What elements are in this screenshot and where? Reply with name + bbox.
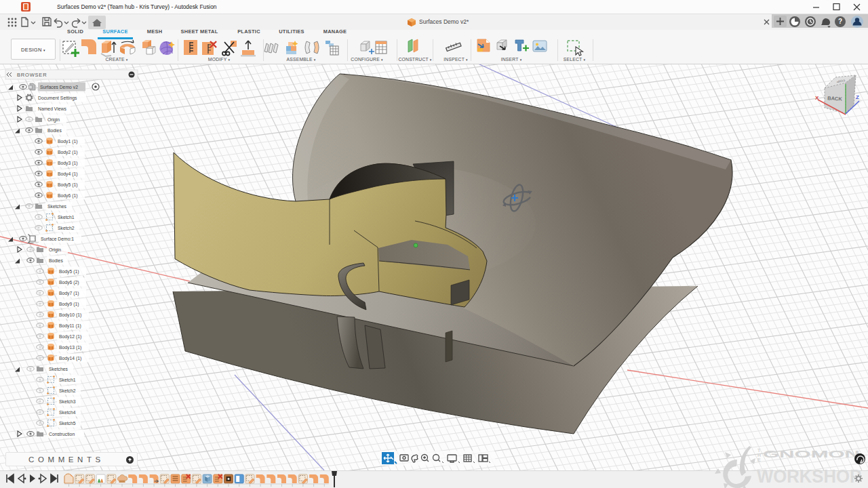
- svg-text:Sketch2: Sketch2: [58, 226, 75, 230]
- svg-text:Sketch4: Sketch4: [59, 410, 76, 415]
- svg-text:Sketch2: Sketch2: [59, 388, 76, 393]
- svg-text:H: H: [757, 453, 761, 458]
- svg-text:Body4 (1): Body4 (1): [58, 171, 77, 177]
- svg-text:Sketches: Sketches: [49, 367, 68, 371]
- svg-text:GNOMON: GNOMON: [763, 448, 860, 460]
- svg-text:Bodies: Bodies: [47, 128, 62, 133]
- svg-text:Body6 (1): Body6 (1): [58, 193, 77, 199]
- svg-text:Sketches: Sketches: [47, 204, 67, 209]
- svg-text:Body13 (1): Body13 (1): [59, 345, 81, 350]
- svg-text:Origin: Origin: [49, 247, 61, 253]
- svg-text:Body5 (1): Body5 (1): [59, 269, 79, 274]
- svg-text:BROWSER: BROWSER: [17, 72, 47, 78]
- svg-text:Sketch1: Sketch1: [58, 215, 75, 220]
- svg-text:?: ?: [838, 18, 842, 25]
- svg-text:Named Views: Named Views: [38, 106, 66, 111]
- svg-text:Surface Demo:1: Surface Demo:1: [41, 237, 74, 241]
- svg-text:Surfaces Demo v2: Surfaces Demo v2: [40, 85, 78, 89]
- svg-text:Body10 (1): Body10 (1): [59, 312, 81, 318]
- svg-text:E: E: [757, 458, 761, 462]
- svg-text:Origin: Origin: [47, 117, 60, 123]
- svg-text:X: X: [815, 95, 819, 101]
- svg-text:Body5 (1): Body5 (1): [58, 182, 77, 188]
- svg-text:T: T: [757, 448, 761, 453]
- svg-text:Body3 (1): Body3 (1): [58, 161, 77, 166]
- svg-text:Body1 (1): Body1 (1): [58, 139, 77, 144]
- svg-text:BACK: BACK: [827, 95, 843, 102]
- svg-text:WORKSHOP: WORKSHOP: [757, 466, 861, 487]
- svg-text:Sketch1: Sketch1: [59, 378, 76, 382]
- svg-text:Body2 (1): Body2 (1): [58, 150, 77, 155]
- svg-text:Bodies: Bodies: [49, 258, 63, 263]
- svg-text:Body11 (1): Body11 (1): [59, 323, 81, 329]
- svg-text:Body12 (1): Body12 (1): [59, 334, 81, 340]
- svg-text:Sketch3: Sketch3: [59, 399, 76, 404]
- svg-text:Body6 (2): Body6 (2): [59, 280, 79, 285]
- svg-text:Document Settings: Document Settings: [38, 96, 77, 101]
- svg-text:Body7 (1): Body7 (1): [59, 291, 79, 296]
- svg-text:Body14 (1): Body14 (1): [59, 356, 81, 361]
- svg-text:Body9 (1): Body9 (1): [59, 302, 79, 307]
- svg-text:Z: Z: [856, 94, 859, 100]
- svg-text:Construction: Construction: [49, 432, 75, 436]
- svg-text:Sketch5: Sketch5: [59, 421, 76, 426]
